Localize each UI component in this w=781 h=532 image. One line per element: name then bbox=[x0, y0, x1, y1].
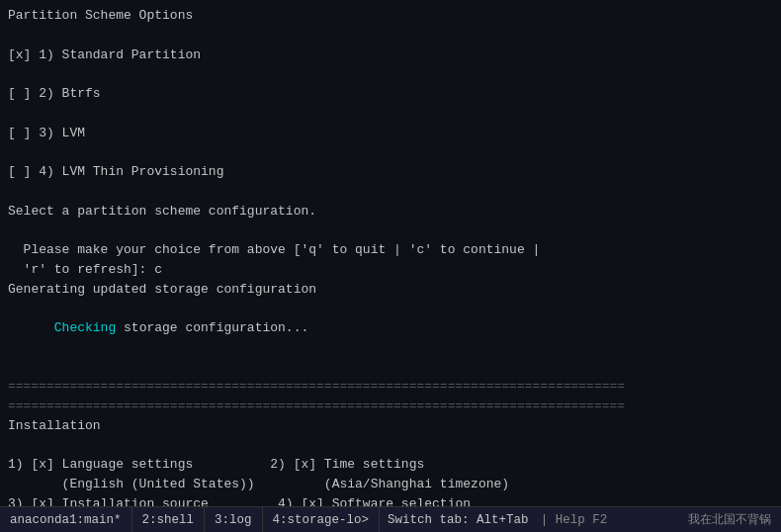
line-4 bbox=[8, 64, 773, 84]
line-7: [ ] 3) LVM bbox=[8, 124, 773, 143]
tab-storage[interactable]: 4:storage-lo> bbox=[263, 507, 381, 532]
line-10 bbox=[8, 182, 773, 202]
line-2 bbox=[8, 26, 773, 45]
terminal-content: Partition Scheme Options [x] 1) Standard… bbox=[0, 0, 781, 506]
statusbar: anaconda 1:main* 2:shell 3:log 4:storage… bbox=[0, 506, 781, 532]
watermark: 我在北国不背锅 bbox=[678, 511, 781, 528]
tab-anaconda-main[interactable]: anaconda 1:main* bbox=[0, 507, 132, 532]
line-12 bbox=[8, 221, 773, 240]
separator-1: ========================================… bbox=[8, 377, 773, 397]
line-3: [x] 1) Standard Partition bbox=[8, 45, 773, 65]
line-lang-time-sub: (English (United States)) (Asia/Shanghai… bbox=[8, 475, 773, 494]
line-15: Generating updated storage configuration bbox=[8, 280, 773, 300]
line-1: Partition Scheme Options bbox=[8, 6, 773, 26]
checking-text: Checking bbox=[54, 320, 116, 335]
line-9: [ ] 4) LVM Thin Provisioning bbox=[8, 162, 773, 182]
help-text: | Help F2 bbox=[537, 513, 612, 527]
line-lang-time: 1) [x] Language settings 2) [x] Time set… bbox=[8, 455, 773, 475]
line-5: [ ] 2) Btrfs bbox=[8, 84, 773, 104]
line-install-src: 3) [x] Installation source 4) [x] Softwa… bbox=[8, 494, 773, 506]
line-11: Select a partition scheme configuration. bbox=[8, 202, 773, 222]
line-17 bbox=[8, 358, 773, 378]
line-16: Checking storage configuration... bbox=[8, 299, 773, 357]
line-blank bbox=[8, 436, 773, 456]
line-6 bbox=[8, 104, 773, 124]
terminal-window: Partition Scheme Options [x] 1) Standard… bbox=[0, 0, 781, 532]
switch-tab-label: Switch tab: Alt+Tab bbox=[380, 513, 537, 527]
line-8 bbox=[8, 142, 773, 162]
line-13: Please make your choice from above ['q' … bbox=[8, 240, 773, 260]
line-14: 'r' to refresh]: c bbox=[8, 260, 773, 280]
tab-shell[interactable]: 2:shell bbox=[132, 507, 206, 532]
separator-2: ========================================… bbox=[8, 397, 773, 416]
tab-log[interactable]: 3:log bbox=[205, 507, 263, 532]
installation-header: Installation bbox=[8, 416, 773, 436]
